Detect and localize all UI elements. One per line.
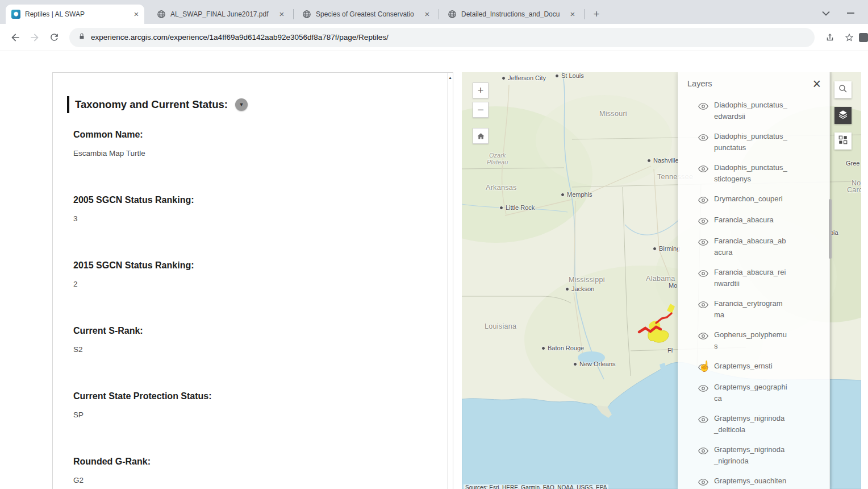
section-heading: Taxonomy and Current Status: xyxy=(75,98,228,111)
eye-visibility-icon[interactable] xyxy=(698,384,708,394)
layer-label: Graptemys_nigrinoda_nigrinoda xyxy=(714,444,788,467)
field-value: S2 xyxy=(73,345,436,354)
eye-visibility-icon[interactable] xyxy=(698,217,708,227)
back-icon[interactable] xyxy=(6,28,25,47)
field-label: 2005 SGCN Status Ranking: xyxy=(73,195,436,205)
eye-visibility-icon[interactable] xyxy=(698,300,708,310)
layer-row[interactable]: Farancia_abacura_abacura xyxy=(678,231,830,262)
layer-label: Diadophis_punctatus_punctatus xyxy=(714,131,788,154)
address-bar[interactable]: experience.arcgis.com/experience/1a4ff69… xyxy=(69,28,815,47)
layer-row[interactable]: Farancia_erytrogramma xyxy=(678,293,830,325)
forward-icon[interactable] xyxy=(25,28,44,47)
layers-scrollbar-thumb[interactable] xyxy=(829,199,832,259)
layer-row[interactable]: Graptemys_ouachitensis xyxy=(678,471,830,489)
eye-visibility-icon[interactable] xyxy=(698,102,708,112)
side-panel-icon[interactable] xyxy=(859,33,868,42)
browser-toolbar: experience.arcgis.com/experience/1a4ff69… xyxy=(0,24,868,51)
tab-species[interactable]: Species of Greatest Conservatio × xyxy=(297,5,435,24)
globe-favicon xyxy=(448,10,457,19)
card-scrollbar[interactable]: ▲ xyxy=(447,73,453,489)
layers-tool-button[interactable] xyxy=(834,107,852,124)
layer-row[interactable]: Diadophis_punctatus_edwardsii xyxy=(678,95,830,126)
layer-row[interactable]: Farancia_abacura_reinwardtii xyxy=(678,262,830,293)
layer-label: Graptemys_nigrinoda_delticola xyxy=(714,413,788,436)
field-label: 2015 SGCN Status Ranking: xyxy=(73,260,436,271)
home-button[interactable] xyxy=(473,128,489,144)
layer-label: Farancia_abacura xyxy=(714,214,788,226)
minimize-icon[interactable] xyxy=(847,13,854,14)
scroll-up-arrow-icon[interactable]: ▲ xyxy=(448,76,452,80)
field-value: 3 xyxy=(73,214,436,223)
layer-row[interactable]: Graptemys_ernsti xyxy=(678,356,830,377)
tab-title: Detailed_Instructions_and_Docu xyxy=(461,10,564,18)
eye-visibility-icon[interactable] xyxy=(698,446,708,457)
zoom-control: + − xyxy=(473,82,489,118)
share-icon[interactable] xyxy=(820,28,840,47)
layer-label: Farancia_abacura_reinwardtii xyxy=(714,267,788,289)
window-controls xyxy=(822,8,868,24)
field-label: Common Name: xyxy=(73,130,436,140)
reload-icon[interactable] xyxy=(44,28,64,47)
globe-favicon xyxy=(157,10,166,19)
tab-title: AL_SWAP_FINAL June2017.pdf xyxy=(170,10,273,18)
tab-strip: ⬢ Reptiles | AL SWAP × AL_SWAP_FINAL Jun… xyxy=(0,0,868,24)
eye-visibility-icon[interactable] xyxy=(698,478,708,488)
page-content: Taxonomy and Current Status: ▼ Common Na… xyxy=(0,51,868,489)
new-tab-button[interactable]: + xyxy=(589,6,604,22)
layer-label: Diadophis_punctatus_edwardsii xyxy=(714,100,788,122)
eye-visibility-icon[interactable] xyxy=(698,164,708,175)
eye-visibility-icon[interactable] xyxy=(698,363,708,373)
map-tools xyxy=(834,81,852,150)
collapse-toggle-button[interactable]: ▼ xyxy=(235,98,248,111)
layer-row[interactable]: Farancia_abacura xyxy=(678,210,830,231)
layers-panel-header: Layers × xyxy=(678,72,830,95)
layer-row[interactable]: Diadophis_punctatus_stictogenys xyxy=(678,158,830,189)
field-value: Escambia Map Turtle xyxy=(73,149,436,158)
eye-visibility-icon[interactable] xyxy=(698,133,708,143)
layer-row[interactable]: Drymarchon_couperi xyxy=(678,189,830,210)
eye-visibility-icon[interactable] xyxy=(698,238,708,248)
layer-label: Drymarchon_couperi xyxy=(714,193,788,205)
tab-reptiles[interactable]: ⬢ Reptiles | AL SWAP × xyxy=(6,5,144,24)
close-icon[interactable]: × xyxy=(809,77,824,91)
zoom-out-button[interactable]: − xyxy=(473,102,489,118)
search-tool-button[interactable] xyxy=(834,81,852,98)
tab-close-icon[interactable]: × xyxy=(132,10,141,19)
eye-visibility-icon[interactable] xyxy=(698,415,708,425)
layer-row[interactable]: Graptemys_nigrinoda_nigrinoda xyxy=(678,440,830,471)
eye-visibility-icon[interactable] xyxy=(698,269,708,279)
tab-close-icon[interactable]: × xyxy=(423,10,432,19)
field: 2005 SGCN Status Ranking: 3 xyxy=(73,195,436,223)
tab-title: Species of Greatest Conservatio xyxy=(316,10,418,18)
field: 2015 SGCN Status Ranking: 2 xyxy=(73,260,436,289)
layer-label: Graptemys_ernsti xyxy=(714,360,788,372)
field-list: Common Name: Escambia Map Turtle 2005 SG… xyxy=(73,130,436,485)
layers-scrollbar[interactable] xyxy=(829,72,832,489)
eye-visibility-icon[interactable] xyxy=(698,331,708,342)
field: Current S-Rank: S2 xyxy=(73,326,436,354)
taxonomy-card: Taxonomy and Current Status: ▼ Common Na… xyxy=(52,72,453,489)
eye-visibility-icon[interactable] xyxy=(698,196,708,206)
tab-pdf[interactable]: AL_SWAP_FINAL June2017.pdf × xyxy=(151,5,290,24)
layer-label: Gopherus_polyphemus xyxy=(714,329,788,352)
field-label: Current State Protection Status: xyxy=(73,391,436,401)
lock-icon xyxy=(78,32,85,43)
tab-close-icon[interactable]: × xyxy=(568,10,577,19)
chevron-down-icon[interactable] xyxy=(822,8,830,18)
field-value: SP xyxy=(73,411,436,420)
map-panel: Jefferson CitySt LouisMissouriOzark Plat… xyxy=(462,72,861,489)
layer-row[interactable]: Diadophis_punctatus_punctatus xyxy=(678,126,830,158)
layer-row[interactable]: Gopherus_polyphemus xyxy=(678,325,830,356)
field-value: G2 xyxy=(73,476,436,485)
bookmark-star-icon[interactable] xyxy=(840,28,859,47)
basemap-tool-button[interactable] xyxy=(834,132,852,150)
layer-row[interactable]: Graptemys_geographica xyxy=(678,377,830,408)
layer-row[interactable]: Graptemys_nigrinoda_delticola xyxy=(678,408,830,440)
layer-label: Diadophis_punctatus_stictogenys xyxy=(714,162,788,185)
url-text: experience.arcgis.com/experience/1a4ff69… xyxy=(91,33,389,42)
tab-instructions[interactable]: Detailed_Instructions_and_Docu × xyxy=(442,5,581,24)
tab-close-icon[interactable]: × xyxy=(277,10,286,19)
zoom-in-button[interactable]: + xyxy=(473,82,489,98)
layers-panel-title: Layers xyxy=(687,79,809,88)
layer-label: Graptemys_ouachitensis xyxy=(714,475,788,489)
